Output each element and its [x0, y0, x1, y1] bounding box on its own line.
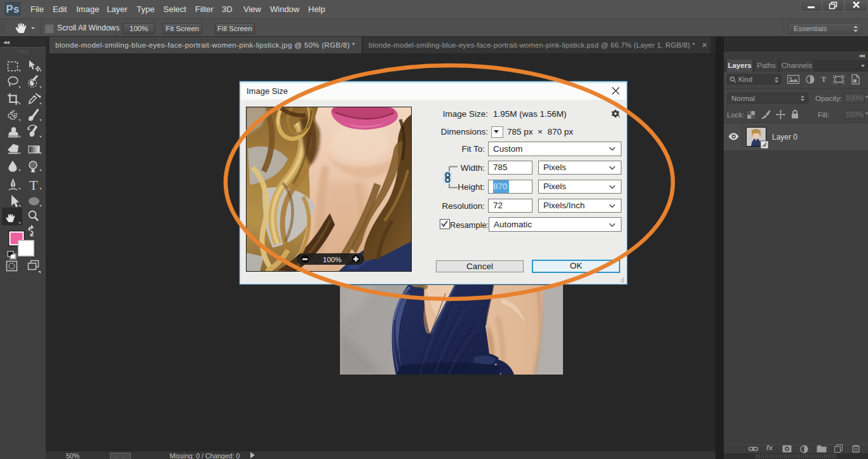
- svg-text:100%: 100%: [323, 256, 341, 263]
- svg-text:T: T: [29, 177, 38, 193]
